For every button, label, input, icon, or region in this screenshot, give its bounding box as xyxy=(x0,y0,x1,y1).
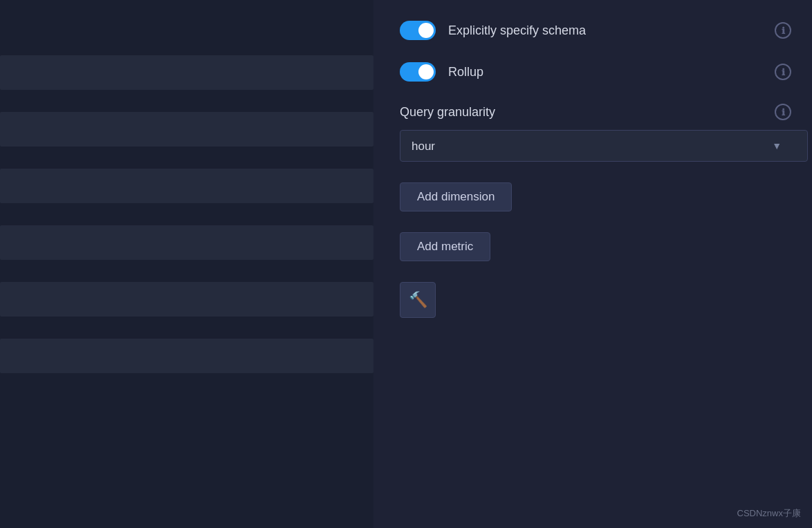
left-panel-stripe-3 xyxy=(0,169,373,203)
toggle-thumb-schema xyxy=(418,23,434,38)
query-granularity-info-icon[interactable]: ℹ xyxy=(775,104,791,120)
explicitly-specify-schema-row: Explicitly specify schema ℹ xyxy=(400,21,791,40)
left-panel-stripe-5 xyxy=(0,282,373,317)
toggle-thumb-rollup xyxy=(418,64,434,79)
query-granularity-label: Query granularity xyxy=(400,105,775,120)
left-panel-stripe-2 xyxy=(0,112,373,147)
rollup-label: Rollup xyxy=(448,65,775,79)
watermark: CSDNznwx子康 xyxy=(737,507,801,520)
query-granularity-header: Query granularity ℹ xyxy=(400,104,791,120)
add-dimension-button[interactable]: Add dimension xyxy=(400,182,512,211)
query-granularity-select[interactable]: second minute five_minute ten_minute fif… xyxy=(400,130,808,162)
toggle-track-schema[interactable] xyxy=(400,21,436,40)
add-metric-button[interactable]: Add metric xyxy=(400,232,490,261)
toggle-track-rollup[interactable] xyxy=(400,62,436,82)
buttons-section: Add dimension Add metric 🔨 xyxy=(400,182,791,318)
explicitly-specify-schema-info-icon[interactable]: ℹ xyxy=(775,22,791,39)
right-panel: Explicitly specify schema ℹ Rollup ℹ Que… xyxy=(379,0,812,528)
left-panel-stripe-4 xyxy=(0,225,373,260)
rollup-toggle[interactable] xyxy=(400,62,436,82)
explicitly-specify-schema-label: Explicitly specify schema xyxy=(448,23,775,38)
hammer-button[interactable]: 🔨 xyxy=(400,282,436,318)
explicitly-specify-schema-toggle[interactable] xyxy=(400,21,436,40)
query-granularity-section: Query granularity ℹ second minute five_m… xyxy=(400,104,791,162)
left-panel-stripe-1 xyxy=(0,55,373,90)
left-panel xyxy=(0,0,373,528)
rollup-info-icon[interactable]: ℹ xyxy=(775,64,791,80)
left-panel-stripe-6 xyxy=(0,339,373,373)
rollup-row: Rollup ℹ xyxy=(400,62,791,82)
hammer-icon: 🔨 xyxy=(409,291,427,309)
query-granularity-select-wrapper: second minute five_minute ten_minute fif… xyxy=(400,130,791,162)
